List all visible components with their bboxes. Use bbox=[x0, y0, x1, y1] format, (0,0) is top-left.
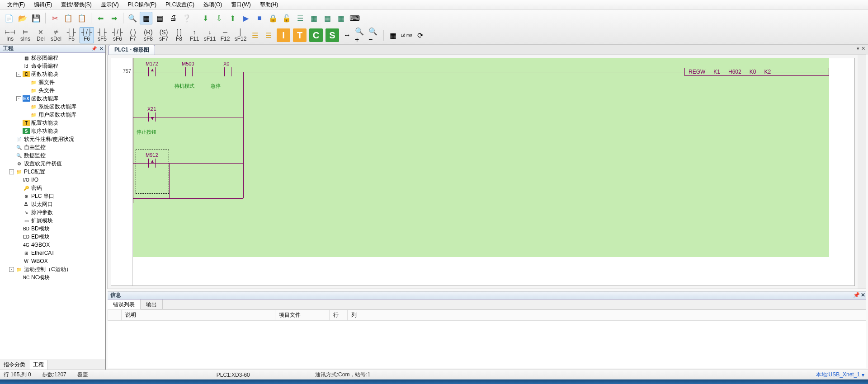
tab-close-icon[interactable]: ✕ bbox=[861, 46, 865, 52]
stop-button[interactable]: ■ bbox=[253, 12, 266, 24]
download-part-button[interactable]: ⇩ bbox=[212, 12, 225, 24]
open-file-button[interactable]: 📂 bbox=[16, 12, 29, 24]
contact-m500[interactable] bbox=[184, 67, 194, 76]
contact-x21[interactable] bbox=[146, 112, 157, 122]
tree-node[interactable]: -C函数功能块 bbox=[0, 70, 105, 78]
paste-button[interactable]: 📋 bbox=[75, 12, 88, 24]
col-header[interactable] bbox=[108, 310, 122, 321]
tree-node[interactable]: ▭扩展模块 bbox=[0, 216, 105, 225]
tree-node[interactable]: 📁头文件 bbox=[0, 86, 105, 94]
tree-node[interactable]: WWBOX bbox=[0, 257, 105, 265]
sidebar-tab[interactable]: 工程 bbox=[29, 360, 48, 370]
pin-icon[interactable]: 📌 bbox=[91, 45, 97, 52]
compare-button[interactable]: ☰ bbox=[294, 12, 307, 24]
find-button[interactable]: 🔍 bbox=[126, 12, 139, 24]
tree-node[interactable]: 📄软元件注释/使用状况 bbox=[0, 135, 105, 143]
ladder-tool-sdel[interactable]: ⊭sDel bbox=[49, 27, 63, 43]
tree-node[interactable]: ⊞EtherCAT bbox=[0, 249, 105, 257]
tree-node[interactable]: S顺序功能块 bbox=[0, 127, 105, 135]
block-s-button[interactable]: S bbox=[326, 28, 339, 42]
tool-button[interactable]: ☰ bbox=[249, 29, 261, 42]
ladder-tool-f12[interactable]: ─F12 bbox=[218, 27, 232, 43]
output-regw[interactable]: REGWK1H602K0K2 bbox=[684, 68, 829, 76]
info-tab[interactable]: 输出 bbox=[141, 300, 163, 309]
tree-node[interactable]: EDED模块 bbox=[0, 233, 105, 241]
col-header[interactable]: 说明 bbox=[122, 310, 275, 321]
sidebar-tab[interactable]: 指令分类 bbox=[0, 360, 29, 370]
menu-item[interactable]: 编辑(E) bbox=[29, 0, 57, 9]
unlock-button[interactable]: 🔓 bbox=[280, 12, 293, 24]
save-button[interactable]: 💾 bbox=[30, 12, 42, 24]
tree-node[interactable]: BDBD模块 bbox=[0, 225, 105, 233]
project-tree[interactable]: ▦梯形图编程Id命令语编程-C函数功能块📁源文件📁头文件-EX函数功能库📁系统函… bbox=[0, 53, 105, 360]
close-icon[interactable]: ✕ bbox=[861, 292, 865, 298]
monitor2-button[interactable]: ▦ bbox=[321, 12, 334, 24]
menu-item[interactable]: 查找\替换(S) bbox=[57, 0, 96, 9]
tree-node[interactable]: 🔑密码 bbox=[0, 184, 105, 192]
tree-node[interactable]: ⚙设置软元件初值 bbox=[0, 159, 105, 168]
ldm0-label[interactable]: Ld m0 bbox=[400, 29, 413, 42]
ladder-tool-del[interactable]: ✕Del bbox=[33, 27, 48, 43]
print-button[interactable]: 🖨 bbox=[167, 12, 179, 24]
tree-node[interactable]: 📁用户函数功能库 bbox=[0, 111, 105, 119]
tree-node[interactable]: -📁运动控制（C运动） bbox=[0, 265, 105, 273]
tree-node[interactable]: 🖧以太网口 bbox=[0, 200, 105, 208]
zoom-button[interactable]: ↔ bbox=[341, 29, 354, 42]
ladder-tool-sf12[interactable]: │sF12 bbox=[233, 27, 248, 43]
tab-ladder[interactable]: PLC1 - 梯形图 bbox=[108, 45, 155, 55]
ladder-canvas-wrap[interactable]: 757 M172 M500 X0 待机模式 急停 bbox=[111, 58, 855, 286]
scrollbar-vertical[interactable] bbox=[858, 55, 866, 289]
tree-node[interactable]: 4G4GBOX bbox=[0, 241, 105, 249]
menu-item[interactable]: 文件(F) bbox=[3, 0, 29, 9]
zoom-button[interactable]: 🔍− bbox=[368, 29, 381, 42]
menu-item[interactable]: 选项(O) bbox=[199, 0, 226, 9]
tree-node[interactable]: ▦梯形图编程 bbox=[0, 54, 105, 62]
status-local[interactable]: 本地:USB_Xnet_1 ▾ bbox=[816, 371, 864, 379]
menu-item[interactable]: 显示(V) bbox=[96, 0, 123, 9]
tree-node[interactable]: Id命令语编程 bbox=[0, 62, 105, 70]
ladder-tool-f7[interactable]: ( )F7 bbox=[126, 27, 140, 43]
ladder-tool-sf8[interactable]: (R)sF8 bbox=[141, 27, 156, 43]
ladder-view-button[interactable]: ▦ bbox=[140, 12, 152, 24]
block-t-button[interactable]: T bbox=[293, 28, 307, 42]
ladder-tool-f6[interactable]: ┤/├F6 bbox=[80, 27, 94, 43]
tree-node[interactable]: 🔍数据监控 bbox=[0, 151, 105, 159]
download-button[interactable]: ⬇ bbox=[199, 12, 212, 24]
collapse-icon[interactable]: - bbox=[16, 72, 21, 77]
menu-item[interactable]: PLC操作(P) bbox=[123, 0, 161, 9]
block-i-button[interactable]: I bbox=[277, 28, 290, 42]
monitor1-button[interactable]: ▦ bbox=[307, 12, 320, 24]
menu-item[interactable]: 帮助(H) bbox=[255, 0, 283, 9]
menu-item[interactable]: 窗口(W) bbox=[226, 0, 255, 9]
ladder-canvas[interactable]: 757 M172 M500 X0 待机模式 急停 bbox=[133, 58, 829, 257]
ladder-tool-sf5[interactable]: ┤├sF5 bbox=[95, 27, 109, 43]
contact-x0[interactable] bbox=[222, 67, 233, 76]
ladder-tool-sf11[interactable]: ↓sF11 bbox=[203, 27, 217, 43]
tab-dropdown-icon[interactable]: ▾ bbox=[857, 46, 859, 52]
upload-button[interactable]: ⬆ bbox=[226, 12, 239, 24]
tree-node[interactable]: -EX函数功能库 bbox=[0, 94, 105, 103]
il-view-button[interactable]: ▤ bbox=[153, 12, 166, 24]
ladder-tool-f11[interactable]: ↑F11 bbox=[187, 27, 202, 43]
tree-node[interactable]: -📁PLC配置 bbox=[0, 168, 105, 176]
tool-button[interactable]: ☰ bbox=[262, 29, 275, 42]
info-tab[interactable]: 错误列表 bbox=[108, 300, 141, 309]
refresh-button[interactable]: ⟳ bbox=[414, 29, 426, 42]
new-file-button[interactable]: 📄 bbox=[3, 12, 15, 24]
col-header[interactable]: 列 bbox=[348, 310, 866, 321]
ladder-icon-button[interactable]: ▦ bbox=[387, 29, 399, 42]
tree-node[interactable]: T配置功能块 bbox=[0, 119, 105, 127]
collapse-icon[interactable]: - bbox=[9, 169, 14, 174]
tree-node[interactable]: NCNC模块 bbox=[0, 273, 105, 281]
tree-node[interactable]: 📁系统函数功能库 bbox=[0, 103, 105, 111]
tree-node[interactable]: ⊕PLC 串口 bbox=[0, 192, 105, 200]
error-list[interactable]: 说明项目文件行列 bbox=[108, 309, 866, 368]
close-icon[interactable]: ✕ bbox=[98, 45, 104, 52]
undo-button[interactable]: ⬅ bbox=[94, 12, 107, 24]
copy-button[interactable]: 📋 bbox=[62, 12, 75, 24]
tree-node[interactable]: 🔍自由监控 bbox=[0, 143, 105, 151]
contact-m172[interactable] bbox=[146, 67, 157, 76]
tree-node[interactable]: I/OI/O bbox=[0, 176, 105, 184]
ladder-tool-sf7[interactable]: (S)sF7 bbox=[156, 27, 171, 43]
menu-item[interactable]: PLC设置(C) bbox=[161, 0, 199, 9]
